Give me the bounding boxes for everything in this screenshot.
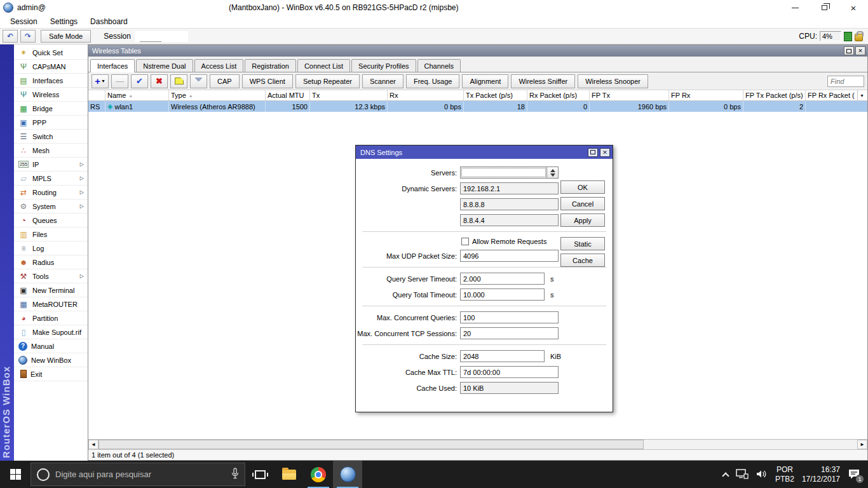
sidebar-item-system[interactable]: ⚙System▷ — [14, 200, 88, 214]
wireless-sniffer-button[interactable]: Wireless Sniffer — [511, 74, 575, 88]
scrollbar-track[interactable] — [644, 440, 857, 449]
chrome-button[interactable] — [304, 461, 333, 488]
sidebar-item-exit[interactable]: Exit — [14, 367, 88, 381]
session-value-field[interactable] — [135, 31, 188, 42]
tab-nstreme-dual[interactable]: Nstreme Dual — [136, 59, 193, 72]
remove-button[interactable]: — — [111, 74, 128, 88]
wireless-tables-titlebar[interactable]: Wireless Tables ✕ — [88, 45, 867, 57]
comment-button[interactable] — [170, 74, 187, 88]
sidebar-item-mesh[interactable]: ∴Mesh — [14, 144, 88, 158]
column-header-rx_packet[interactable]: Rx Packet (p/s) — [527, 90, 589, 100]
column-header-actual_mtu[interactable]: Actual MTU — [265, 90, 309, 100]
sidebar-item-metarouter[interactable]: ▦MetaROUTER — [14, 297, 88, 311]
microphone-icon[interactable] — [231, 468, 239, 481]
minimize-button[interactable] — [780, 0, 810, 15]
sidebar-item-files[interactable]: ▥Files — [14, 227, 88, 241]
filter-button[interactable] — [190, 74, 207, 88]
freq-usage-button[interactable]: Freq. Usage — [406, 74, 460, 88]
static-button[interactable]: Static — [560, 237, 605, 250]
column-header-tx[interactable]: Tx — [309, 90, 387, 100]
sidebar-item-make-supout-rif[interactable]: ▯Make Supout.rif — [14, 325, 88, 339]
network-icon[interactable] — [736, 469, 749, 480]
task-view-button[interactable] — [245, 461, 275, 488]
wps-client-button[interactable]: WPS Client — [242, 74, 293, 88]
spinner-buttons[interactable] — [547, 166, 559, 179]
cache-button[interactable]: Cache — [560, 254, 605, 267]
servers-input[interactable] — [460, 166, 547, 179]
table-row[interactable]: RS◈wlan1Wireless (Atheros AR9888)150012.… — [88, 101, 867, 112]
sidebar-item-queues[interactable]: ◔Queues — [14, 214, 88, 227]
sidebar-item-bridge[interactable]: ▦Bridge — [14, 102, 88, 116]
sidebar-item-radius[interactable]: ☻Radius — [14, 255, 88, 269]
add-button[interactable]: +▼ — [92, 74, 109, 88]
sidebar-item-ip[interactable]: 255IP▷ — [14, 158, 88, 172]
safe-mode-button[interactable]: Safe Mode — [41, 30, 91, 43]
column-header-name[interactable]: Name▲ — [105, 90, 168, 100]
clock[interactable]: 16:37 17/12/2017 — [802, 465, 840, 484]
cap-button[interactable]: CAP — [210, 74, 240, 88]
sidebar-item-routing[interactable]: ⇄Routing▷ — [14, 186, 88, 200]
tray-expand-icon[interactable] — [722, 472, 729, 479]
scrollbar-thumb[interactable] — [98, 440, 644, 449]
column-header-type[interactable]: Type▲ — [168, 90, 265, 100]
tab-interfaces[interactable]: Interfaces — [90, 59, 135, 72]
dns-restore-button[interactable] — [588, 148, 598, 157]
file-explorer-button[interactable] — [275, 461, 304, 488]
sidebar-item-interfaces[interactable]: ▤Interfaces — [14, 74, 88, 88]
column-header-tx_packet[interactable]: Tx Packet (p/s) — [463, 90, 527, 100]
menu-item-settings[interactable]: Settings — [44, 16, 84, 27]
start-button[interactable] — [0, 461, 31, 488]
language-indicator[interactable]: POR PTB2 — [775, 465, 794, 484]
dns-close-button[interactable]: ✕ — [600, 148, 610, 157]
close-button[interactable]: × — [839, 0, 868, 15]
wt-restore-button[interactable] — [844, 46, 854, 55]
sidebar-item-tools[interactable]: ⚒Tools▷ — [14, 269, 88, 283]
scroll-right-icon[interactable]: ► — [857, 440, 867, 449]
disable-button[interactable]: ✖ — [151, 74, 168, 88]
sidebar-item-partition[interactable]: ◕Partition — [14, 311, 88, 325]
tab-registration[interactable]: Registration — [245, 59, 296, 72]
cache-size-input[interactable]: 2048 — [460, 350, 545, 362]
alignment-button[interactable]: Alignment — [462, 74, 508, 88]
tab-access-list[interactable]: Access List — [194, 59, 244, 72]
cancel-button[interactable]: Cancel — [560, 197, 605, 210]
spin-up-icon[interactable] — [550, 169, 555, 172]
setup-repeater-button[interactable]: Setup Repeater — [295, 74, 360, 88]
volume-icon[interactable] — [756, 469, 768, 480]
column-header-fp_rx_packet[interactable]: FP Rx Packet (▼ — [805, 90, 866, 100]
query-total-timeout-input[interactable]: 10.000 — [460, 288, 545, 301]
taskbar-search[interactable]: Digite aqui para pesquisar — [31, 463, 245, 486]
horizontal-scrollbar[interactable]: ◄ ► — [88, 439, 867, 449]
max-concurrent-queries-input[interactable]: 100 — [460, 311, 559, 323]
scanner-button[interactable]: Scanner — [362, 74, 403, 88]
sidebar-item-new-winbox[interactable]: New WinBox — [14, 353, 88, 367]
redo-button[interactable]: ↷ — [20, 30, 36, 43]
menu-item-session[interactable]: Session — [4, 16, 44, 27]
sidebar-item-quick-set[interactable]: ✶Quick Set — [14, 46, 88, 60]
cache-max-ttl-input[interactable]: 7d 00:00:00 — [460, 366, 559, 378]
spin-down-icon[interactable] — [550, 173, 555, 177]
apply-button[interactable]: Apply — [560, 214, 605, 227]
find-input[interactable] — [827, 76, 864, 87]
restore-button[interactable] — [810, 0, 839, 15]
sidebar-item-ppp[interactable]: ▣PPP — [14, 116, 88, 130]
tab-security-profiles[interactable]: Security Profiles — [351, 59, 416, 72]
column-header-fp_tx[interactable]: FP Tx — [589, 90, 668, 100]
enable-button[interactable]: ✔ — [131, 74, 148, 88]
wireless-snooper-button[interactable]: Wireless Snooper — [578, 74, 648, 88]
max-udp-packet-size-input[interactable]: 4096 — [460, 250, 559, 262]
sidebar-item-switch[interactable]: ☰Switch — [14, 130, 88, 144]
undo-button[interactable]: ↶ — [3, 30, 18, 43]
dns-dialog-titlebar[interactable]: DNS Settings ✕ — [356, 146, 613, 159]
column-select-icon[interactable]: ▼ — [857, 90, 864, 100]
tab-connect-list[interactable]: Connect List — [297, 59, 350, 72]
allow-remote-requests-checkbox[interactable] — [461, 238, 469, 245]
column-header-fp_tx_packet[interactable]: FP Tx Packet (p/s) — [743, 90, 805, 100]
ok-button[interactable]: OK — [560, 180, 605, 194]
action-center-button[interactable]: 1 — [848, 468, 860, 481]
column-header-fp_rx[interactable]: FP Rx — [668, 90, 743, 100]
sidebar-item-new-terminal[interactable]: ▣New Terminal — [14, 283, 88, 297]
sidebar-item-mpls[interactable]: ▱MPLS▷ — [14, 172, 88, 186]
tab-channels[interactable]: Channels — [417, 59, 461, 72]
wt-close-button[interactable]: ✕ — [855, 46, 865, 55]
